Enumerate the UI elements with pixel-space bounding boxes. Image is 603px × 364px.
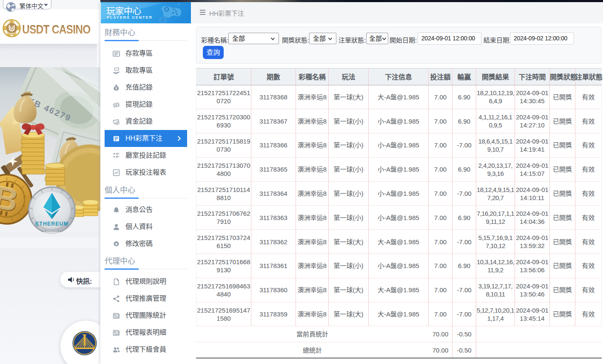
svg-text:Casino: Casino	[8, 32, 16, 34]
svg-text:ETHEREUM: ETHEREUM	[35, 221, 68, 227]
